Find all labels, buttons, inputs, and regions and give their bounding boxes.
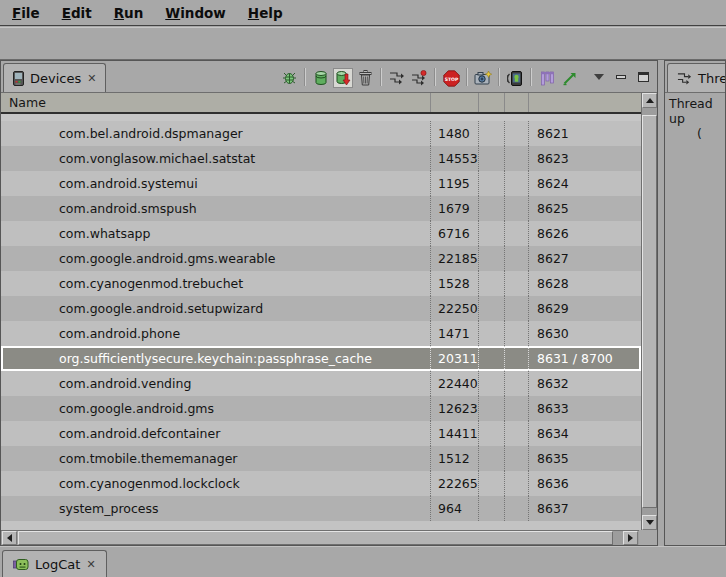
process-pid: 22250 [431,296,479,321]
table-row[interactable]: com.android.phone 1471 8630 [1,321,641,346]
toolbar-separator [380,68,382,86]
process-col3 [479,421,505,446]
table-row[interactable]: com.android.smspush 1679 8625 [1,196,641,221]
tab-devices[interactable]: Devices ✕ [3,63,106,92]
process-name: com.whatsapp [1,221,431,246]
process-name: com.cyanogenmod.trebuchet [1,271,431,296]
screen-capture-button[interactable] [473,68,493,88]
tab-logcat[interactable]: LogCat ✕ [2,550,107,577]
method-profiling-icon [411,70,427,86]
scroll-right-button[interactable] [623,531,638,545]
devices-tabbar: Devices ✕ [1,61,657,93]
process-name: org.sufficientlysecure.keychain:passphra… [1,346,431,371]
process-col3 [479,371,505,396]
menu-item[interactable]: Edit [54,3,100,23]
update-threads-button[interactable] [387,68,407,88]
table-row[interactable]: com.google.android.setupwizard 22250 862… [1,296,641,321]
stop-process-button[interactable]: STOP [441,68,461,88]
process-col4 [505,121,529,146]
horizontal-scrollbar[interactable] [1,530,639,545]
dump-hprof-button[interactable] [333,68,353,88]
table-row[interactable]: com.tmobile.thememanager 1512 8635 [1,446,641,471]
process-pid: 1195 [431,171,479,196]
process-port: 8631 / 8700 [529,346,641,371]
process-pid: 1480 [431,121,479,146]
devices-table-header: Name [1,93,641,114]
tab-logcat-close-icon[interactable]: ✕ [86,558,95,571]
table-row[interactable]: com.vonglasow.michael.satstat 14553 8623 [1,146,641,171]
process-pid: 1679 [431,196,479,221]
start-method-profiling-button[interactable] [409,68,429,88]
vertical-scroll-thumb[interactable] [642,115,657,508]
menu-item[interactable]: File [4,3,48,23]
table-row[interactable]: com.android.vending 22440 8632 [1,371,641,396]
process-port: 8625 [529,196,641,221]
android-phone-icon [507,70,523,87]
devices-table-body: com.bel.android.dspmanager 1480 8621 com… [1,114,641,530]
table-row[interactable]: com.google.android.gms.wearable 22185 86… [1,246,641,271]
process-col3 [479,171,505,196]
table-row[interactable]: com.cyanogenmod.lockclock 22265 8636 [1,471,641,496]
devices-table: Name com.bel.android.dspmanager 1480 [1,93,657,530]
menu-item[interactable]: Run [106,3,152,23]
process-pid: 1512 [431,446,479,471]
update-heap-button[interactable] [311,68,331,88]
table-row[interactable]: org.sufficientlysecure.keychain:passphra… [1,346,641,371]
view-menu-button[interactable] [591,69,607,85]
column-header-c4[interactable] [505,93,529,112]
menu-bar: FileEditRunWindowHelp [0,0,726,26]
toolbar-separator [498,68,500,86]
process-port: 8630 [529,321,641,346]
threads-message: Thread up ( [665,93,725,141]
column-header-name[interactable]: Name [1,93,431,112]
table-row[interactable]: com.bel.android.dspmanager 1480 8621 [1,121,641,146]
opengl-trace-button[interactable] [559,68,579,88]
scroll-up-button[interactable] [642,93,657,108]
arrow-left-icon [7,534,12,542]
process-col4 [505,296,529,321]
column-header-pid[interactable] [431,93,479,112]
camera-icon [474,70,492,86]
table-row[interactable]: com.cyanogenmod.trebuchet 1528 8628 [1,271,641,296]
process-col3 [479,471,505,496]
process-col4 [505,271,529,296]
maximize-button[interactable] [635,69,651,85]
table-row[interactable]: system_process 964 8637 [1,496,641,521]
menu-item[interactable]: Window [157,3,234,23]
vertical-scrollbar[interactable] [641,93,657,530]
bug-icon [281,70,298,86]
cause-gc-button[interactable] [355,68,375,88]
horizontal-scroll-thumb[interactable] [18,531,613,545]
table-row[interactable]: com.whatsapp 6716 8626 [1,221,641,246]
menu-item[interactable]: Help [240,3,291,23]
process-col3 [479,321,505,346]
android-device-button[interactable] [505,68,525,88]
table-row[interactable]: com.android.defcontainer 14411 8634 [1,421,641,446]
process-col3 [479,146,505,171]
view-window-controls [591,69,651,87]
toolbar-separator [466,68,468,86]
process-port: 8635 [529,446,641,471]
process-port: 8626 [529,221,641,246]
column-header-port[interactable] [529,93,641,112]
process-name: com.google.android.gms.wearable [1,246,431,271]
tab-threads[interactable]: Threads [667,63,726,92]
table-row[interactable]: com.android.systemui 1195 8624 [1,171,641,196]
arrow-down-icon [646,520,654,525]
main-panels: Devices ✕ [0,60,726,546]
process-name: com.android.vending [1,371,431,396]
toolbar-separator [304,68,306,86]
debug-process-button[interactable] [279,68,299,88]
column-header-c3[interactable] [479,93,505,112]
scroll-left-button[interactable] [2,531,17,545]
process-name: com.android.systemui [1,171,431,196]
dump-view-hierarchy-button[interactable] [537,68,557,88]
toolbar-separator [434,68,436,86]
minimize-button[interactable] [613,69,629,85]
process-name: system_process [1,496,431,521]
tab-devices-close-icon[interactable]: ✕ [87,72,96,85]
process-col4 [505,196,529,221]
scroll-down-button[interactable] [642,515,657,530]
logcat-view-strip: LogCat ✕ [0,546,726,577]
table-row[interactable]: com.google.android.gms 12623 8633 [1,396,641,421]
